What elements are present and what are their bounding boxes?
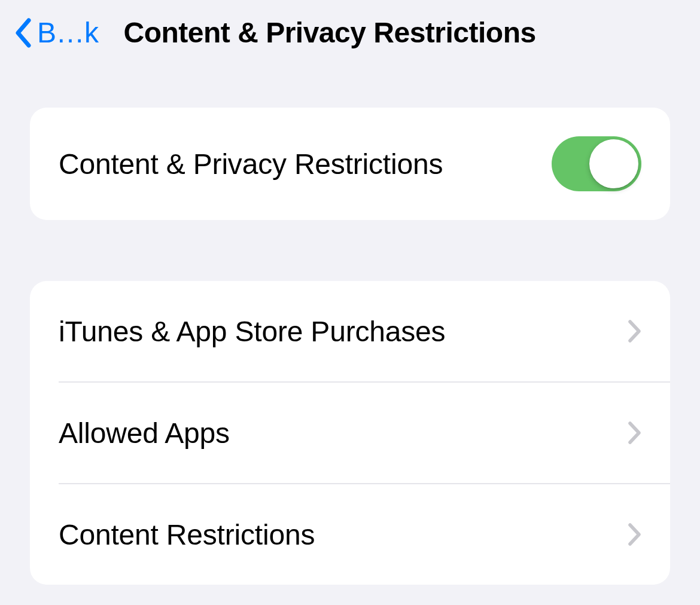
back-label: B…k (37, 19, 99, 47)
allowed-apps-row[interactable]: Allowed Apps (30, 383, 670, 483)
nav-bar: B…k Content & Privacy Restrictions (0, 0, 700, 60)
chevron-right-icon (628, 320, 641, 343)
chevron-right-icon (628, 421, 641, 444)
links-group: iTunes & App Store Purchases Allowed App… (30, 281, 670, 585)
chevron-left-icon (14, 18, 32, 48)
chevron-right-icon (628, 523, 641, 546)
row-label: Content Restrictions (59, 518, 315, 551)
content-privacy-toggle-row: Content & Privacy Restrictions (30, 108, 670, 220)
row-label: Allowed Apps (59, 417, 230, 450)
content-restrictions-row[interactable]: Content Restrictions (30, 484, 670, 585)
toggle-knob (589, 139, 638, 188)
page-title: Content & Privacy Restrictions (124, 18, 536, 48)
row-label: iTunes & App Store Purchases (59, 315, 445, 348)
toggle-label: Content & Privacy Restrictions (59, 148, 443, 181)
itunes-app-store-purchases-row[interactable]: iTunes & App Store Purchases (30, 281, 670, 381)
back-button[interactable]: B…k (14, 18, 99, 48)
toggle-group: Content & Privacy Restrictions (30, 108, 670, 220)
content-privacy-toggle[interactable] (552, 136, 641, 191)
